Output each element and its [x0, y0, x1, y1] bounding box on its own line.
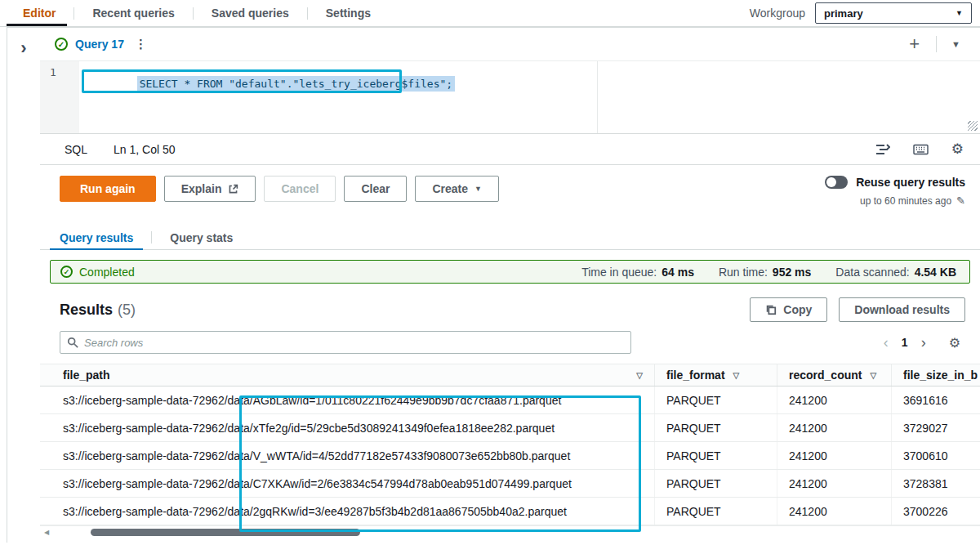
cell-file-size: 3728381	[891, 470, 980, 497]
cell-file-path: s3://iceberg-sample-data-72962/data/C7XK…	[40, 470, 654, 497]
reuse-results-toggle[interactable]	[825, 176, 848, 189]
query-results-label: Query results	[60, 231, 133, 244]
file-path-suffix: /data/C7XKAw/id=2/6e3834c547994d78ab0eab…	[225, 477, 572, 490]
table-header: file_path ▽ file_format ▽ record_count ▽…	[40, 364, 980, 386]
sql-editor[interactable]: 1 SELECT * FROM "default"."lets_try_iceb…	[40, 61, 980, 133]
query-actions: Run again Explain Cancel Clear Create ▼ …	[40, 165, 980, 226]
editor-content: ✓ Query 17 ⋮ + ▼ 1 SELECT * FROM "defaul…	[40, 28, 980, 543]
copy-label: Copy	[783, 303, 812, 316]
query-metrics: Time in queue:64 ms Run time:952 ms Data…	[581, 266, 960, 279]
editor-split-divider	[597, 61, 598, 133]
reuse-results-duration: up to 60 minutes ago	[860, 195, 951, 207]
clear-label: Clear	[361, 182, 390, 195]
query-buttons: Run again Explain Cancel Clear Create ▼	[60, 176, 499, 202]
download-results-label: Download results	[854, 303, 950, 316]
create-button[interactable]: Create ▼	[415, 176, 499, 202]
scrollbar-thumb[interactable]	[91, 529, 360, 536]
results-toolbar: ‹ 1 › ⚙	[60, 331, 965, 354]
workgroup-select[interactable]: primary ▼	[815, 2, 972, 24]
cell-file-path: s3://iceberg-sample-data-72962/data/AGbL…	[40, 386, 654, 413]
workgroup-control: Workgroup primary ▼	[750, 2, 972, 24]
completed-check-icon: ✓	[60, 266, 73, 278]
chevron-down-icon: ▼	[956, 9, 963, 17]
run-again-button[interactable]: Run again	[60, 176, 156, 202]
data-scanned-value: 4.54 KB	[915, 266, 956, 279]
query-success-icon: ✓	[55, 38, 68, 51]
sql-statement[interactable]: SELECT * FROM "default"."lets_try_iceber…	[137, 76, 456, 92]
query-tab-bar: ✓ Query 17 ⋮ + ▼	[40, 28, 980, 61]
explain-button[interactable]: Explain	[164, 176, 256, 202]
top-navigation: Editor Recent queries Saved queries Sett…	[0, 0, 980, 27]
horizontal-scrollbar: ◀	[40, 525, 980, 538]
query-menu-icon[interactable]: ⋮	[131, 37, 150, 51]
new-query-tab-button[interactable]: +	[902, 35, 926, 53]
filter-icon[interactable]: ▽	[870, 371, 876, 380]
reuse-results-label: Reuse query results	[856, 176, 965, 189]
clear-button[interactable]: Clear	[344, 176, 407, 202]
table-row: s3://iceberg-sample-data-72962/data/AGbL…	[40, 386, 980, 414]
query-tab-actions: + ▼	[902, 35, 965, 53]
editor-gutter: 1	[40, 61, 79, 133]
editor-status-bar: SQL Ln 1, Col 50 ⚙	[40, 133, 980, 165]
cell-file-size: 3691616	[891, 386, 980, 413]
queue-time-label: Time in queue:	[581, 266, 657, 279]
search-icon	[67, 337, 78, 348]
tab-settings[interactable]: Settings	[308, 0, 389, 26]
column-header-record-count[interactable]: record_count ▽	[777, 364, 891, 386]
cell-file-path: s3://iceberg-sample-data-72962/data/V_wW…	[40, 442, 654, 469]
file-path-suffix: /data/AGbLaw/id=1/011c80221f62449e9bb9b7…	[225, 394, 562, 407]
table-row: s3://iceberg-sample-data-72962/data/xTfe…	[40, 414, 980, 442]
format-query-icon[interactable]	[875, 144, 890, 155]
cancel-button[interactable]: Cancel	[264, 176, 336, 202]
filter-icon[interactable]: ▽	[636, 371, 643, 380]
tab-editor[interactable]: Editor	[0, 0, 74, 26]
workgroup-value: primary	[824, 7, 863, 20]
cell-file-size: 3700610	[891, 442, 980, 469]
copy-button[interactable]: Copy	[750, 297, 827, 322]
tab-query-results[interactable]: Query results	[50, 226, 143, 249]
editor-settings-gear-icon[interactable]: ⚙	[951, 141, 964, 158]
download-results-button[interactable]: Download results	[839, 297, 965, 322]
create-label: Create	[432, 182, 468, 195]
current-page[interactable]: 1	[895, 336, 915, 349]
query-stats-label: Query stats	[170, 231, 233, 244]
query-tab[interactable]: ✓ Query 17 ⋮	[55, 37, 150, 51]
run-time-value: 952 ms	[773, 266, 811, 279]
file-path-prefix: s3://iceberg-sample-data-72962	[63, 394, 225, 407]
tab-saved-queries[interactable]: Saved queries	[194, 0, 307, 26]
side-rail: ›	[7, 28, 40, 543]
scroll-left-icon[interactable]: ◀	[44, 529, 49, 536]
file-path-prefix: s3://iceberg-sample-data-72962	[63, 422, 225, 435]
cell-file-path: s3://iceberg-sample-data-72962/data/xTfe…	[40, 414, 654, 441]
data-scanned-label: Data scanned:	[835, 266, 909, 279]
run-time-label: Run time:	[719, 266, 768, 279]
table-preferences-gear-icon[interactable]: ⚙	[949, 335, 960, 351]
record-count-header-label: record_count	[789, 369, 862, 382]
column-header-file-path[interactable]: file_path ▽	[40, 364, 654, 386]
cell-file-format: PARQUET	[654, 442, 777, 469]
editor-language: SQL	[65, 143, 87, 156]
file-path-suffix: /data/2gqRKw/id=3/ee49287b5f3b4b2d81aa86…	[225, 505, 567, 518]
divider	[936, 36, 937, 52]
editor-resize-handle[interactable]	[968, 121, 978, 131]
previous-page-icon[interactable]: ‹	[877, 334, 895, 351]
tab-list-chevron-icon[interactable]: ▼	[947, 39, 965, 49]
query-tab-title[interactable]: Query 17	[75, 38, 124, 51]
tab-query-stats[interactable]: Query stats	[160, 226, 243, 249]
tab-recent-queries[interactable]: Recent queries	[74, 0, 192, 26]
tab-separator	[151, 231, 152, 243]
search-box[interactable]	[60, 331, 631, 354]
next-page-icon[interactable]: ›	[915, 334, 933, 351]
keyboard-shortcuts-icon[interactable]	[913, 144, 929, 155]
expand-panel-icon[interactable]: ›	[20, 38, 26, 58]
edit-duration-pencil-icon[interactable]: ✎	[956, 194, 965, 207]
filter-icon[interactable]: ▽	[733, 371, 740, 380]
column-header-file-format[interactable]: file_format ▽	[654, 364, 777, 386]
file-path-suffix: /data/V_wWTA/id=4/52dd77182e57433f908007…	[225, 449, 571, 462]
explain-label: Explain	[181, 182, 222, 195]
column-header-file-size[interactable]: file_size_in_b	[891, 364, 980, 386]
file-size-header-label: file_size_in_b	[903, 369, 978, 382]
search-rows-input[interactable]	[84, 337, 624, 349]
sql-code-line[interactable]: SELECT * FROM "default"."lets_try_iceber…	[86, 65, 455, 102]
table-row: s3://iceberg-sample-data-72962/data/2gqR…	[40, 498, 980, 525]
